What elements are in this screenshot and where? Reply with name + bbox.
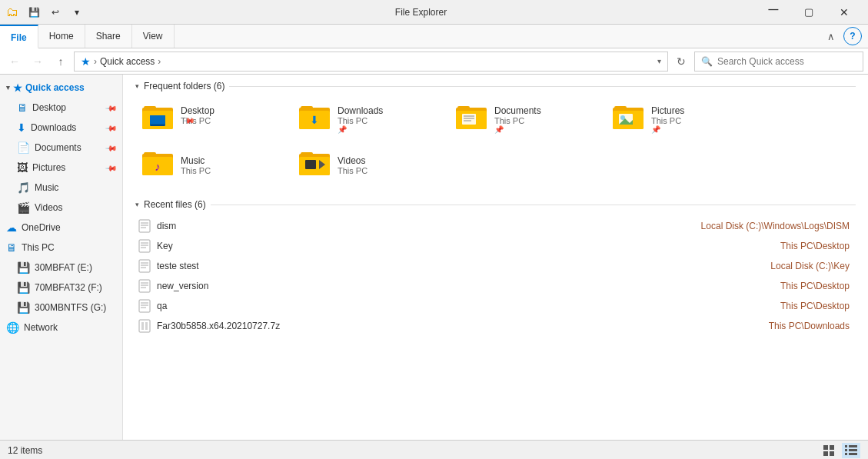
quick-access-toolbar: 🗂 💾 ↩ ▾ (6, 3, 86, 22)
desktop-folder-icon (142, 103, 173, 136)
tab-share[interactable]: Share (85, 25, 132, 48)
file-name-new-version: new_version (154, 281, 594, 291)
sidebar-item-drive-e[interactable]: 💾 30MBFAT (E:) (0, 258, 122, 278)
item-count: 12 items (8, 445, 42, 456)
file-row-teste[interactable]: teste stest Local Disk (C:)\Key (135, 256, 856, 276)
address-bar: ← → ↑ ★ › Quick access › ▾ ↻ 🔍 (0, 48, 868, 75)
path-dropdown-arrow[interactable]: ▾ (657, 57, 661, 65)
main-layout: ▾ ★ Quick access 🖥 Desktop 📌 ⬇ Downloads… (0, 75, 868, 440)
quick-dropdown-button[interactable]: ▾ (68, 3, 86, 22)
svg-rect-58 (830, 451, 834, 456)
file-row-key[interactable]: Key This PC\Desktop (135, 236, 856, 256)
address-path[interactable]: ★ › Quick access › ▾ (74, 52, 668, 72)
svg-rect-36 (139, 240, 150, 252)
svg-rect-32 (139, 220, 150, 232)
sidebar-item-drive-f[interactable]: 💾 70MBFAT32 (F:) (0, 278, 122, 298)
close-button[interactable]: ✕ (826, 0, 862, 25)
sidebar-network-label: Network (24, 322, 58, 333)
downloads-folder-info: Downloads This PC 📌 (338, 105, 383, 134)
file-name-dism: dism (154, 221, 594, 231)
folder-tile-downloads[interactable]: ⬇ Downloads This PC 📌 (292, 98, 446, 141)
sidebar-item-videos[interactable]: 🎬 Videos (0, 198, 122, 218)
tab-home[interactable]: Home (38, 25, 85, 48)
sidebar-videos-label: Videos (35, 202, 62, 213)
sidebar-quick-access-header[interactable]: ▾ ★ Quick access (0, 78, 122, 98)
sidebar-item-drive-g[interactable]: 💾 300MBNTFS (G:) (0, 298, 122, 318)
up-button[interactable]: ↑ (51, 52, 71, 72)
svg-rect-8 (301, 106, 313, 111)
detail-view-button[interactable] (842, 443, 860, 458)
frequent-folders-chevron[interactable]: ▾ (135, 82, 139, 90)
downloads-folder-sub: This PC (338, 116, 383, 125)
svg-rect-56 (830, 445, 834, 450)
path-separator2: › (158, 56, 161, 67)
svg-rect-19 (614, 106, 627, 111)
sidebar-item-network[interactable]: 🌐 Network (0, 318, 122, 338)
search-box[interactable]: 🔍 (694, 52, 863, 72)
sidebar-item-documents[interactable]: 📄 Documents 📌 (0, 138, 122, 158)
quick-undo-button[interactable]: ↩ (46, 3, 65, 22)
folder-tile-pictures[interactable]: Pictures This PC 📌 (606, 98, 760, 141)
documents-folder-sub: This PC (494, 116, 541, 125)
quick-save-button[interactable]: 💾 (25, 3, 43, 22)
title-bar: 🗂 💾 ↩ ▾ File Explorer ─ ▢ ✕ (0, 0, 868, 25)
svg-rect-13 (462, 114, 476, 125)
forward-button[interactable]: → (28, 52, 48, 72)
svg-rect-4 (150, 115, 165, 124)
help-button[interactable]: ? (843, 27, 862, 45)
sidebar-item-downloads[interactable]: ⬇ Downloads 📌 (0, 118, 122, 138)
ribbon-collapse-button[interactable]: ∧ (822, 27, 840, 45)
recent-files-chevron[interactable]: ▾ (135, 201, 139, 208)
file-name-teste: teste stest (154, 261, 594, 271)
sidebar-item-thispc[interactable]: 🖥 This PC (0, 238, 122, 258)
file-row-far[interactable]: Far30b5858.x64.20210727.7z This PC\Downl… (135, 316, 856, 336)
file-row-dism[interactable]: dism Local Disk (C:)\Windows\Logs\DISM (135, 216, 856, 236)
folder-tile-videos[interactable]: Videos This PC (292, 144, 446, 187)
minimize-button[interactable]: ─ (756, 0, 791, 25)
svg-rect-12 (457, 106, 470, 111)
sidebar-drive-g-label: 300MBNTFS (G:) (35, 302, 106, 313)
file-name-qa: qa (154, 301, 594, 311)
svg-rect-53 (141, 322, 144, 330)
sidebar: ▾ ★ Quick access 🖥 Desktop 📌 ⬇ Downloads… (0, 75, 123, 440)
pin-icon-pictures: 📌 (105, 161, 118, 174)
refresh-button[interactable]: ↻ (671, 52, 691, 72)
maximize-button[interactable]: ▢ (791, 0, 826, 25)
sidebar-item-music[interactable]: 🎵 Music (0, 178, 122, 198)
svg-rect-40 (139, 260, 150, 272)
file-icon-new-version (135, 279, 154, 293)
videos-folder-name: Videos (338, 155, 367, 166)
sidebar-item-pictures[interactable]: 🖼 Pictures 📌 (0, 158, 122, 178)
tab-view[interactable]: View (132, 25, 175, 48)
pictures-folder-name: Pictures (651, 105, 684, 116)
folder-tile-music[interactable]: ♪ Music This PC (135, 144, 289, 187)
file-path-key: This PC\Desktop (594, 241, 856, 251)
file-icon-far (135, 319, 154, 333)
folder-tile-documents[interactable]: Documents This PC 📌 (449, 98, 603, 141)
tile-view-button[interactable] (820, 443, 839, 458)
path-separator: › (94, 56, 97, 67)
sidebar-item-desktop[interactable]: 🖥 Desktop 📌 (0, 98, 122, 118)
content-area: ▾ Frequent folders (6) D (123, 75, 868, 440)
tab-file[interactable]: File (0, 25, 38, 48)
quick-access-label: Quick access (25, 82, 85, 93)
sidebar-drive-f-label: 70MBFAT32 (F:) (35, 282, 102, 293)
svg-rect-61 (845, 449, 847, 451)
back-button[interactable]: ← (5, 52, 25, 72)
search-input[interactable] (717, 56, 856, 67)
svg-rect-64 (849, 453, 857, 455)
videos-folder-sub: This PC (338, 166, 367, 175)
svg-rect-29 (301, 152, 313, 157)
videos-icon: 🎬 (17, 201, 30, 214)
sidebar-item-onedrive[interactable]: ☁ OneDrive (0, 218, 122, 238)
videos-folder-icon (299, 149, 330, 182)
view-controls (820, 443, 860, 458)
folder-tile-desktop[interactable]: Desktop This PC 📌 (135, 98, 289, 141)
recent-files-line (211, 205, 856, 205)
file-row-qa[interactable]: qa This PC\Desktop (135, 296, 856, 316)
file-row-new-version[interactable]: new_version This PC\Desktop (135, 276, 856, 296)
pictures-folder-info: Pictures This PC 📌 (651, 105, 684, 134)
documents-pin: 📌 (494, 125, 541, 134)
music-folder-info: Music This PC (181, 155, 211, 175)
onedrive-icon: ☁ (6, 221, 17, 234)
